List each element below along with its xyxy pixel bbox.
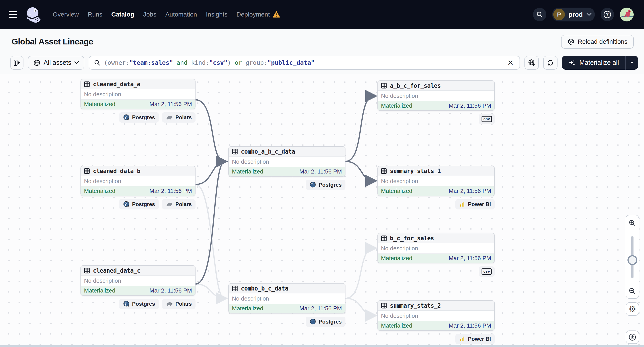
download-graph-button[interactable] bbox=[626, 331, 639, 344]
nav-item-runs[interactable]: Runs bbox=[88, 11, 102, 18]
asset-tags-row: Power BI bbox=[378, 334, 495, 344]
csv-icon: csv bbox=[482, 116, 492, 122]
deployment-name: prod bbox=[568, 11, 583, 18]
zoom-slider-thumb[interactable] bbox=[628, 255, 637, 265]
asset-description: No description bbox=[378, 176, 494, 186]
horizontal-scrollbar[interactable] bbox=[0, 345, 644, 347]
materialization-timestamp[interactable]: Mar 2, 11:56 PM bbox=[449, 322, 491, 329]
kind-tag-csv[interactable]: csv bbox=[479, 266, 495, 277]
asset-description: No description bbox=[378, 91, 494, 101]
asset-tags-row: Postgres Polars bbox=[80, 199, 196, 209]
kind-tag-powerbi[interactable]: Power BI bbox=[456, 334, 495, 344]
polars-icon bbox=[166, 301, 173, 307]
kind-tag-polars[interactable]: Polars bbox=[162, 199, 196, 209]
asset-node-summary-stats-2[interactable]: summary_stats_2 No description Materiali… bbox=[378, 300, 495, 331]
nav-item-insights[interactable]: Insights bbox=[206, 11, 228, 18]
asset-name: cleaned_data_b bbox=[93, 168, 140, 174]
kind-tag-csv[interactable]: csv bbox=[479, 114, 495, 124]
asset-node-cleaned-data-a[interactable]: cleaned_data_a No description Materializ… bbox=[80, 79, 196, 109]
dagster-logo-icon[interactable] bbox=[24, 6, 42, 23]
menu-icon[interactable] bbox=[9, 10, 19, 19]
chevron-down-icon bbox=[74, 61, 79, 64]
nav-item-jobs[interactable]: Jobs bbox=[143, 11, 156, 18]
kind-tag-postgres[interactable]: Postgres bbox=[119, 199, 159, 209]
kind-tag-powerbi[interactable]: Power BI bbox=[456, 199, 495, 209]
nav-right-cluster: P prod ? bbox=[533, 7, 634, 21]
asset-tags-row: Power BI bbox=[378, 199, 495, 209]
user-avatar[interactable] bbox=[620, 7, 634, 21]
refresh-button[interactable] bbox=[543, 56, 558, 70]
asset-node-combo-a-b-c-data[interactable]: combo_a_b_c_data No description Material… bbox=[228, 146, 346, 177]
reload-definitions-button[interactable]: Reload definitions bbox=[561, 35, 634, 49]
clear-filter-icon[interactable]: ✕ bbox=[506, 59, 514, 66]
asset-scope-dropdown[interactable]: All assets bbox=[28, 56, 84, 70]
asset-description: No description bbox=[229, 293, 345, 304]
asset-name: summary_stats_2 bbox=[390, 302, 441, 309]
kind-tag-polars[interactable]: Polars bbox=[162, 299, 196, 309]
kind-tag-postgres[interactable]: Postgres bbox=[306, 317, 346, 327]
table-icon bbox=[84, 268, 90, 274]
deployment-initial-badge: P bbox=[553, 9, 565, 20]
postgres-icon bbox=[123, 201, 130, 208]
kind-tag-label: Postgres bbox=[132, 301, 155, 307]
asset-filter-input[interactable]: (owner:"team:sales" and kind:"csv") or g… bbox=[89, 56, 520, 70]
asset-node-cleaned-data-c[interactable]: cleaned_data_c No description Materializ… bbox=[80, 265, 196, 296]
materialization-timestamp[interactable]: Mar 2, 11:56 PM bbox=[300, 305, 342, 312]
deployment-switcher[interactable]: P prod bbox=[552, 7, 595, 21]
materialization-timestamp[interactable]: Mar 2, 11:56 PM bbox=[150, 101, 192, 108]
nav-item-automation[interactable]: Automation bbox=[165, 11, 197, 18]
lineage-canvas[interactable]: cleaned_data_a No description Materializ… bbox=[0, 74, 644, 347]
asset-node-header: cleaned_data_a bbox=[81, 79, 195, 89]
asset-node-cleaned-data-b[interactable]: cleaned_data_b No description Materializ… bbox=[80, 166, 196, 196]
kind-tag-postgres[interactable]: Postgres bbox=[306, 180, 346, 190]
nav-item-overview[interactable]: Overview bbox=[53, 11, 79, 18]
zoom-out-icon bbox=[628, 287, 636, 295]
materialize-options-button[interactable] bbox=[625, 56, 638, 70]
materialization-timestamp[interactable]: Mar 2, 11:56 PM bbox=[449, 188, 491, 195]
asset-status-row: Materialized Mar 2, 11:56 PM bbox=[378, 101, 494, 110]
asset-node-summary-stats-1[interactable]: summary_stats_1 No description Materiali… bbox=[378, 166, 495, 196]
search-button[interactable] bbox=[533, 8, 546, 21]
asset-node-combo-b-c-data[interactable]: combo_b_c_data No description Materializ… bbox=[228, 283, 346, 314]
nav-item-deployment[interactable]: Deployment bbox=[236, 11, 280, 18]
asset-node-a-b-c-for-sales[interactable]: a_b_c_for_sales No description Materiali… bbox=[378, 80, 495, 111]
kind-tag-label: Power BI bbox=[468, 201, 491, 207]
asset-name: a_b_c_for_sales bbox=[390, 82, 441, 89]
top-nav: Overview Runs Catalog Jobs Automation In… bbox=[0, 0, 644, 29]
materialization-timestamp[interactable]: Mar 2, 11:56 PM bbox=[150, 287, 192, 294]
zoom-out-button[interactable] bbox=[626, 283, 639, 299]
status-badge: Materialized bbox=[381, 188, 412, 195]
asset-node-b-c-for-sales[interactable]: b_c_for_sales No description Materialize… bbox=[378, 233, 495, 263]
query-segment bbox=[173, 59, 176, 66]
question-icon: ? bbox=[603, 10, 612, 19]
kind-tag-postgres[interactable]: Postgres bbox=[119, 299, 159, 309]
zoom-slider[interactable] bbox=[626, 231, 639, 283]
postgres-icon bbox=[310, 319, 316, 325]
materialize-all-button[interactable]: Materialize all bbox=[562, 56, 625, 70]
zoom-in-icon bbox=[628, 219, 636, 227]
asset-node-header: summary_stats_1 bbox=[378, 166, 494, 176]
nav-item-catalog[interactable]: Catalog bbox=[111, 11, 134, 18]
help-button[interactable]: ? bbox=[601, 8, 614, 21]
asset-tags-row: csv bbox=[378, 266, 495, 277]
caret-down-icon bbox=[630, 61, 634, 64]
panel-expand-icon bbox=[13, 59, 21, 66]
materialize-all-split-button: Materialize all bbox=[562, 56, 638, 70]
expand-sidebar-button[interactable] bbox=[10, 56, 24, 70]
filter-query-text[interactable]: (owner:"team:sales" and kind:"csv") or g… bbox=[104, 59, 503, 66]
status-badge: Materialized bbox=[84, 188, 115, 195]
postgres-icon bbox=[123, 301, 130, 307]
materialization-timestamp[interactable]: Mar 2, 11:56 PM bbox=[449, 255, 491, 262]
asset-node-header: combo_b_c_data bbox=[229, 284, 345, 293]
kind-tag-polars[interactable]: Polars bbox=[162, 112, 196, 123]
status-badge: Materialized bbox=[232, 305, 263, 312]
materialization-timestamp[interactable]: Mar 2, 11:56 PM bbox=[449, 102, 491, 109]
materialization-timestamp[interactable]: Mar 2, 11:56 PM bbox=[150, 188, 192, 195]
asset-name: combo_a_b_c_data bbox=[241, 148, 295, 155]
graph-settings-button[interactable]: ⚙ bbox=[626, 302, 639, 316]
kind-tag-postgres[interactable]: Postgres bbox=[119, 112, 159, 123]
zoom-in-button[interactable] bbox=[626, 215, 639, 231]
materialization-timestamp[interactable]: Mar 2, 11:56 PM bbox=[300, 168, 342, 175]
chevron-down-icon bbox=[586, 13, 592, 16]
add-scope-button[interactable] bbox=[524, 56, 539, 70]
